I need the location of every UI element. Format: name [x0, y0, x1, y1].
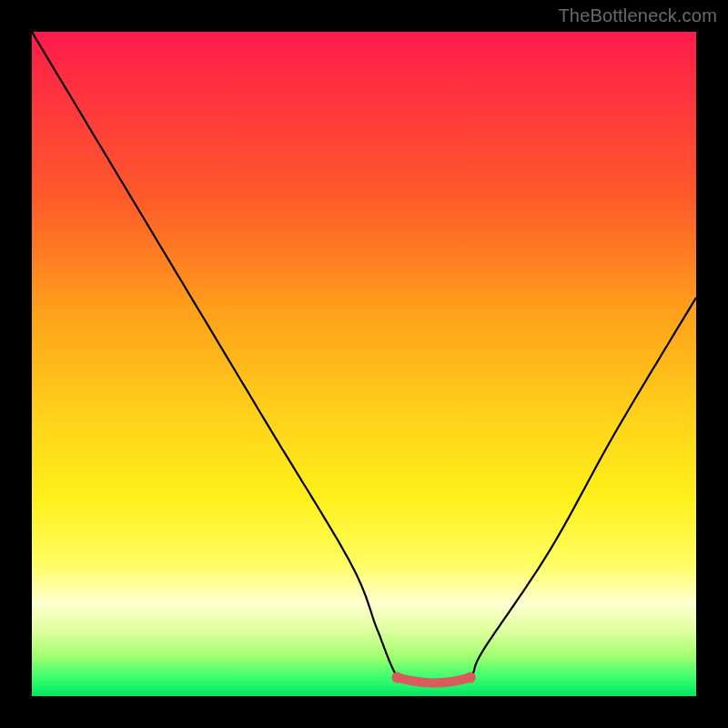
frame-border-right [696, 0, 728, 728]
chart-frame: TheBottleneck.com [0, 0, 728, 728]
valley-dot-right [465, 672, 476, 682]
frame-border-bottom [0, 696, 728, 728]
watermark-text: TheBottleneck.com [558, 5, 717, 26]
frame-border-left [0, 0, 32, 728]
valley-dot-left [392, 672, 403, 682]
bottleneck-curve-line [32, 32, 696, 683]
chart-curve-layer [32, 32, 696, 696]
valley-highlight [398, 677, 470, 682]
